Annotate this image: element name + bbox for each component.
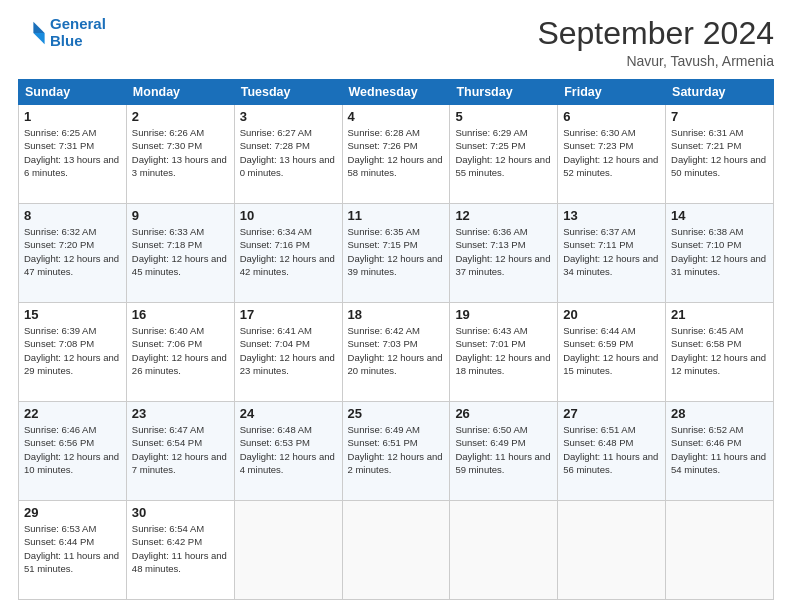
week-row-5: 29Sunrise: 6:53 AMSunset: 6:44 PMDayligh… (19, 501, 774, 600)
logo-line1: General (50, 15, 106, 32)
cell-info: Sunrise: 6:37 AMSunset: 7:11 PMDaylight:… (563, 225, 660, 278)
day-number: 7 (671, 109, 768, 124)
calendar-cell: 21Sunrise: 6:45 AMSunset: 6:58 PMDayligh… (666, 303, 774, 402)
day-number: 24 (240, 406, 337, 421)
cell-info: Sunrise: 6:26 AMSunset: 7:30 PMDaylight:… (132, 126, 229, 179)
logo-icon (18, 19, 46, 47)
day-number: 22 (24, 406, 121, 421)
calendar-cell: 5Sunrise: 6:29 AMSunset: 7:25 PMDaylight… (450, 105, 558, 204)
weekday-header-row: SundayMondayTuesdayWednesdayThursdayFrid… (19, 80, 774, 105)
cell-info: Sunrise: 6:45 AMSunset: 6:58 PMDaylight:… (671, 324, 768, 377)
weekday-header-thursday: Thursday (450, 80, 558, 105)
day-number: 11 (348, 208, 445, 223)
day-number: 12 (455, 208, 552, 223)
cell-info: Sunrise: 6:36 AMSunset: 7:13 PMDaylight:… (455, 225, 552, 278)
cell-info: Sunrise: 6:42 AMSunset: 7:03 PMDaylight:… (348, 324, 445, 377)
logo: General Blue (18, 16, 106, 49)
cell-info: Sunrise: 6:34 AMSunset: 7:16 PMDaylight:… (240, 225, 337, 278)
cell-info: Sunrise: 6:48 AMSunset: 6:53 PMDaylight:… (240, 423, 337, 476)
calendar-cell: 7Sunrise: 6:31 AMSunset: 7:21 PMDaylight… (666, 105, 774, 204)
calendar-cell: 11Sunrise: 6:35 AMSunset: 7:15 PMDayligh… (342, 204, 450, 303)
calendar-cell: 29Sunrise: 6:53 AMSunset: 6:44 PMDayligh… (19, 501, 127, 600)
calendar-cell: 3Sunrise: 6:27 AMSunset: 7:28 PMDaylight… (234, 105, 342, 204)
calendar-cell: 10Sunrise: 6:34 AMSunset: 7:16 PMDayligh… (234, 204, 342, 303)
day-number: 2 (132, 109, 229, 124)
week-row-1: 1Sunrise: 6:25 AMSunset: 7:31 PMDaylight… (19, 105, 774, 204)
day-number: 5 (455, 109, 552, 124)
day-number: 29 (24, 505, 121, 520)
calendar-cell: 25Sunrise: 6:49 AMSunset: 6:51 PMDayligh… (342, 402, 450, 501)
cell-info: Sunrise: 6:49 AMSunset: 6:51 PMDaylight:… (348, 423, 445, 476)
day-number: 15 (24, 307, 121, 322)
weekday-header-tuesday: Tuesday (234, 80, 342, 105)
cell-info: Sunrise: 6:39 AMSunset: 7:08 PMDaylight:… (24, 324, 121, 377)
calendar-cell: 15Sunrise: 6:39 AMSunset: 7:08 PMDayligh… (19, 303, 127, 402)
calendar-cell: 8Sunrise: 6:32 AMSunset: 7:20 PMDaylight… (19, 204, 127, 303)
cell-info: Sunrise: 6:25 AMSunset: 7:31 PMDaylight:… (24, 126, 121, 179)
calendar-cell: 19Sunrise: 6:43 AMSunset: 7:01 PMDayligh… (450, 303, 558, 402)
calendar-cell: 27Sunrise: 6:51 AMSunset: 6:48 PMDayligh… (558, 402, 666, 501)
weekday-header-wednesday: Wednesday (342, 80, 450, 105)
weekday-header-saturday: Saturday (666, 80, 774, 105)
cell-info: Sunrise: 6:43 AMSunset: 7:01 PMDaylight:… (455, 324, 552, 377)
calendar-cell: 23Sunrise: 6:47 AMSunset: 6:54 PMDayligh… (126, 402, 234, 501)
day-number: 27 (563, 406, 660, 421)
week-row-3: 15Sunrise: 6:39 AMSunset: 7:08 PMDayligh… (19, 303, 774, 402)
weekday-header-monday: Monday (126, 80, 234, 105)
cell-info: Sunrise: 6:33 AMSunset: 7:18 PMDaylight:… (132, 225, 229, 278)
calendar-cell: 24Sunrise: 6:48 AMSunset: 6:53 PMDayligh… (234, 402, 342, 501)
calendar-cell: 4Sunrise: 6:28 AMSunset: 7:26 PMDaylight… (342, 105, 450, 204)
day-number: 9 (132, 208, 229, 223)
calendar-cell: 26Sunrise: 6:50 AMSunset: 6:49 PMDayligh… (450, 402, 558, 501)
day-number: 25 (348, 406, 445, 421)
calendar-cell: 28Sunrise: 6:52 AMSunset: 6:46 PMDayligh… (666, 402, 774, 501)
calendar-cell: 14Sunrise: 6:38 AMSunset: 7:10 PMDayligh… (666, 204, 774, 303)
calendar-cell: 2Sunrise: 6:26 AMSunset: 7:30 PMDaylight… (126, 105, 234, 204)
cell-info: Sunrise: 6:41 AMSunset: 7:04 PMDaylight:… (240, 324, 337, 377)
cell-info: Sunrise: 6:44 AMSunset: 6:59 PMDaylight:… (563, 324, 660, 377)
cell-info: Sunrise: 6:27 AMSunset: 7:28 PMDaylight:… (240, 126, 337, 179)
svg-marker-0 (33, 21, 44, 32)
day-number: 26 (455, 406, 552, 421)
day-number: 18 (348, 307, 445, 322)
day-number: 21 (671, 307, 768, 322)
day-number: 6 (563, 109, 660, 124)
calendar-cell (450, 501, 558, 600)
header: General Blue September 2024 Navur, Tavus… (18, 16, 774, 69)
cell-info: Sunrise: 6:54 AMSunset: 6:42 PMDaylight:… (132, 522, 229, 575)
cell-info: Sunrise: 6:29 AMSunset: 7:25 PMDaylight:… (455, 126, 552, 179)
cell-info: Sunrise: 6:28 AMSunset: 7:26 PMDaylight:… (348, 126, 445, 179)
page: General Blue September 2024 Navur, Tavus… (0, 0, 792, 612)
calendar-cell (234, 501, 342, 600)
calendar-cell (342, 501, 450, 600)
logo-line2: Blue (50, 32, 83, 49)
cell-info: Sunrise: 6:30 AMSunset: 7:23 PMDaylight:… (563, 126, 660, 179)
calendar-cell: 6Sunrise: 6:30 AMSunset: 7:23 PMDaylight… (558, 105, 666, 204)
calendar-cell: 22Sunrise: 6:46 AMSunset: 6:56 PMDayligh… (19, 402, 127, 501)
calendar-cell (666, 501, 774, 600)
cell-info: Sunrise: 6:31 AMSunset: 7:21 PMDaylight:… (671, 126, 768, 179)
day-number: 16 (132, 307, 229, 322)
cell-info: Sunrise: 6:51 AMSunset: 6:48 PMDaylight:… (563, 423, 660, 476)
day-number: 19 (455, 307, 552, 322)
calendar-cell: 9Sunrise: 6:33 AMSunset: 7:18 PMDaylight… (126, 204, 234, 303)
calendar-cell: 17Sunrise: 6:41 AMSunset: 7:04 PMDayligh… (234, 303, 342, 402)
weekday-header-friday: Friday (558, 80, 666, 105)
title-block: September 2024 Navur, Tavush, Armenia (537, 16, 774, 69)
cell-info: Sunrise: 6:46 AMSunset: 6:56 PMDaylight:… (24, 423, 121, 476)
day-number: 30 (132, 505, 229, 520)
cell-info: Sunrise: 6:50 AMSunset: 6:49 PMDaylight:… (455, 423, 552, 476)
week-row-4: 22Sunrise: 6:46 AMSunset: 6:56 PMDayligh… (19, 402, 774, 501)
day-number: 17 (240, 307, 337, 322)
calendar-cell: 16Sunrise: 6:40 AMSunset: 7:06 PMDayligh… (126, 303, 234, 402)
cell-info: Sunrise: 6:38 AMSunset: 7:10 PMDaylight:… (671, 225, 768, 278)
calendar-cell: 13Sunrise: 6:37 AMSunset: 7:11 PMDayligh… (558, 204, 666, 303)
svg-marker-1 (33, 33, 44, 44)
day-number: 28 (671, 406, 768, 421)
day-number: 3 (240, 109, 337, 124)
day-number: 8 (24, 208, 121, 223)
cell-info: Sunrise: 6:52 AMSunset: 6:46 PMDaylight:… (671, 423, 768, 476)
calendar-cell (558, 501, 666, 600)
calendar-cell: 30Sunrise: 6:54 AMSunset: 6:42 PMDayligh… (126, 501, 234, 600)
cell-info: Sunrise: 6:40 AMSunset: 7:06 PMDaylight:… (132, 324, 229, 377)
